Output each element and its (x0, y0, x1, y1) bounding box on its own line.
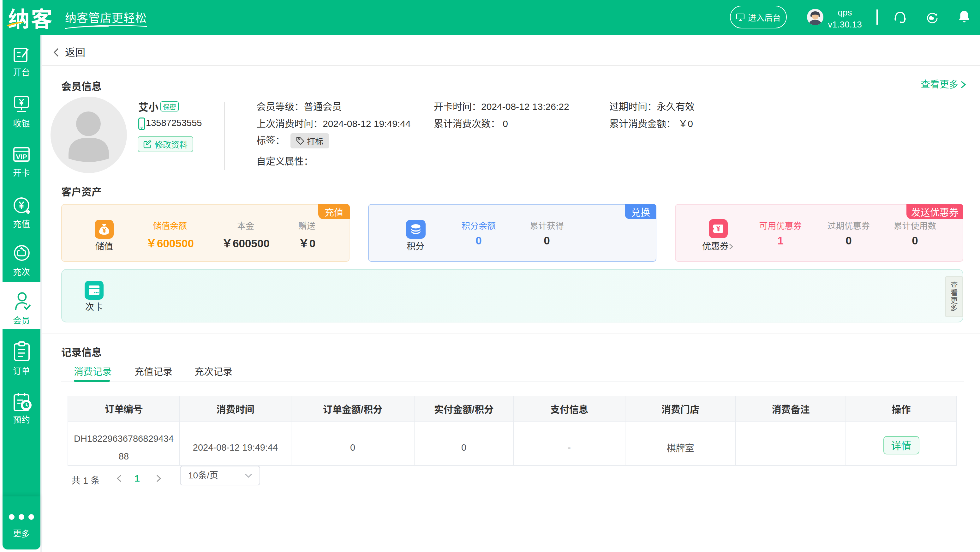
svg-text:VIP: VIP (16, 153, 27, 161)
